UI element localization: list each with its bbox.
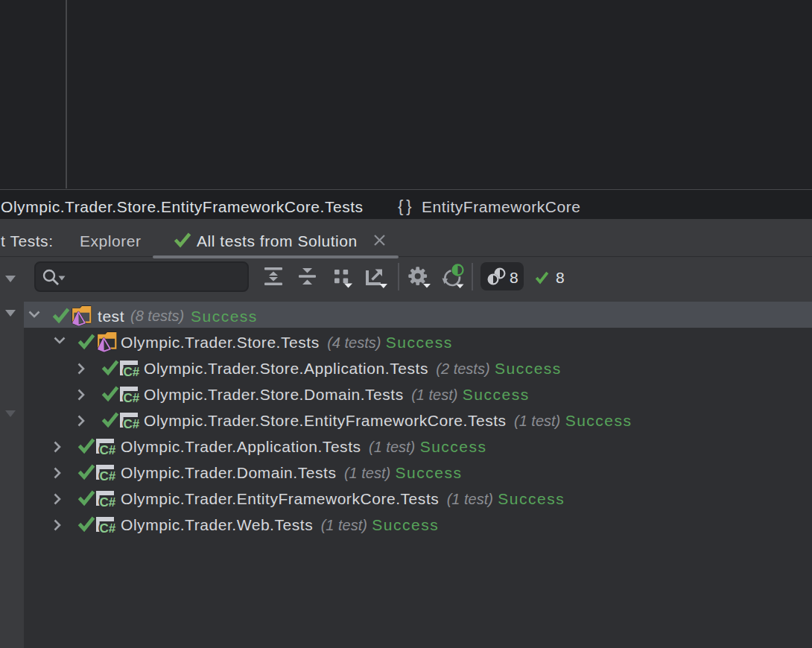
svg-text:C#: C#	[100, 469, 116, 483]
svg-text:C#: C#	[100, 443, 116, 457]
svg-text:C#: C#	[100, 495, 116, 509]
svg-text:C#: C#	[100, 521, 116, 536]
svg-text:C#: C#	[124, 417, 140, 431]
svg-text:C#: C#	[124, 365, 140, 379]
svg-text:C#: C#	[124, 391, 140, 405]
